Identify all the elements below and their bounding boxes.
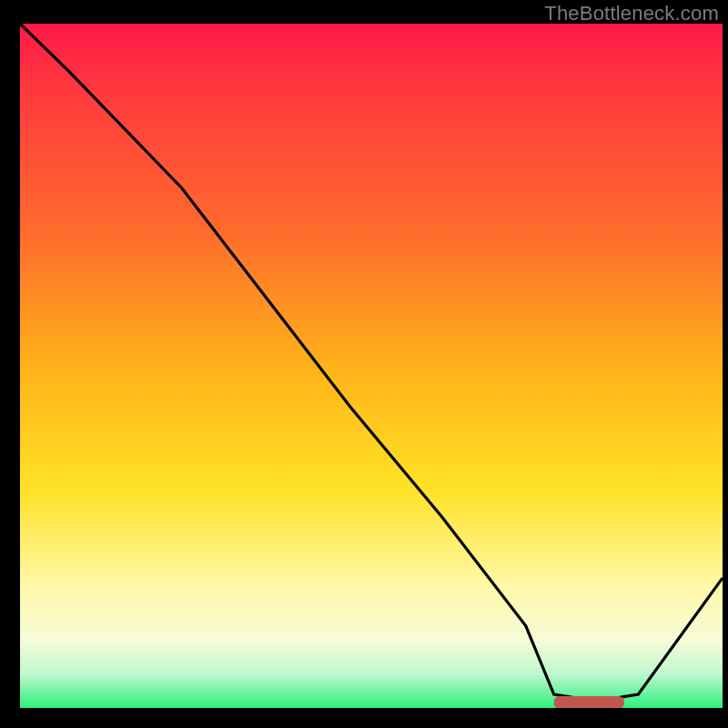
optimal-marker	[554, 696, 624, 708]
watermark: TheBottleneck.com	[544, 2, 719, 25]
plot-overlay	[20, 24, 723, 708]
bottleneck-chart: TheBottleneck.com	[0, 0, 728, 728]
y-axis	[0, 0, 20, 728]
bottleneck-curve	[20, 24, 723, 702]
x-axis	[0, 708, 728, 728]
